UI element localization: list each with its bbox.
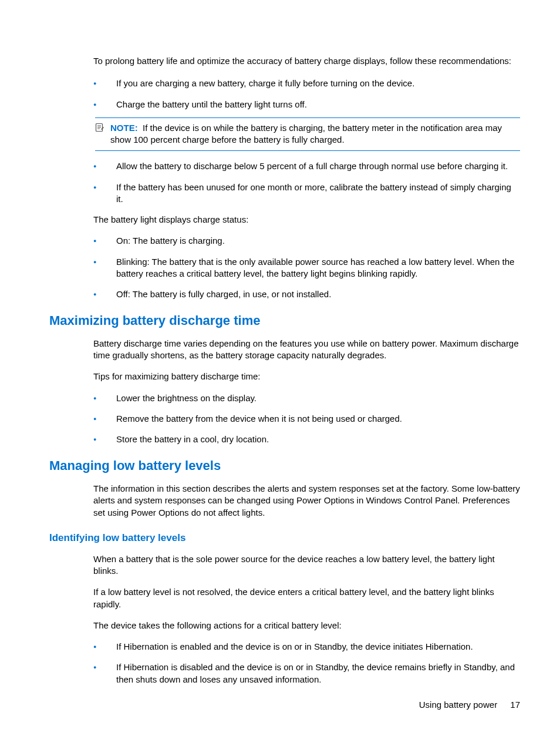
list-item: Remove the battery from the device when … (93, 413, 520, 425)
list-item: If Hibernation is disabled and the devic… (93, 661, 520, 685)
list-item: On: The battery is charging. (93, 235, 520, 247)
list-item: Blinking: The battery that is the only a… (93, 256, 520, 280)
document-page: To prolong battery life and optimize the… (0, 0, 560, 730)
recommendations-list-part1: If you are charging a new battery, charg… (93, 78, 520, 110)
body-paragraph: The device takes the following actions f… (93, 620, 520, 631)
heading-maximizing: Maximizing battery discharge time (49, 312, 520, 330)
intro-paragraph: To prolong battery life and optimize the… (93, 55, 520, 67)
body-paragraph: Tips for maximizing battery discharge ti… (93, 371, 520, 382)
page-footer: Using battery power 17 (419, 699, 520, 711)
note-body: If the device is on while the battery is… (110, 123, 502, 145)
list-item: If Hibernation is enabled and the device… (93, 641, 520, 653)
note-icon (95, 123, 104, 135)
note-text: NOTE: If the device is on while the batt… (110, 122, 520, 146)
list-item: Lower the brightness on the display. (93, 392, 520, 404)
footer-section-name: Using battery power (419, 700, 497, 710)
maximize-tips-list: Lower the brightness on the display. Rem… (93, 392, 520, 446)
heading-managing: Managing low battery levels (49, 457, 520, 475)
note-label: NOTE: (110, 123, 138, 133)
list-item: If the battery has been unused for one m… (93, 182, 520, 206)
critical-actions-list: If Hibernation is enabled and the device… (93, 641, 520, 685)
body-paragraph: The battery light displays charge status… (93, 214, 520, 226)
charge-status-list: On: The battery is charging. Blinking: T… (93, 235, 520, 300)
body-paragraph: If a low battery level is not resolved, … (93, 586, 520, 610)
heading-identifying: Identifying low battery levels (49, 532, 520, 545)
list-item: If you are charging a new battery, charg… (93, 78, 520, 89)
recommendations-list-part2: Allow the battery to discharge below 5 p… (93, 160, 520, 205)
footer-page-number: 17 (510, 700, 520, 710)
body-paragraph: When a battery that is the sole power so… (93, 553, 520, 577)
body-paragraph: The information in this section describe… (93, 483, 520, 519)
list-item: Charge the battery until the battery lig… (93, 99, 520, 110)
list-item: Off: The battery is fully charged, in us… (93, 288, 520, 300)
body-paragraph: Battery discharge time varies depending … (93, 338, 520, 362)
note-callout: NOTE: If the device is on while the batt… (95, 117, 520, 152)
list-item: Allow the battery to discharge below 5 p… (93, 160, 520, 172)
list-item: Store the battery in a cool, dry locatio… (93, 434, 520, 445)
